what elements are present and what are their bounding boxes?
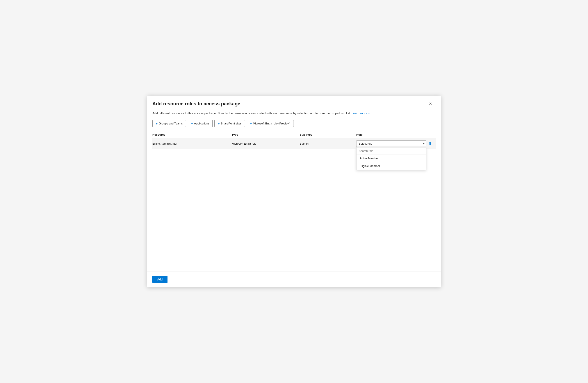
footer-add-button[interactable]: Add [152, 276, 168, 283]
search-role-input[interactable] [357, 147, 426, 155]
sharepoint-sites-label: SharePoint sites [221, 122, 242, 125]
plus-icon-applications: + [191, 121, 193, 125]
add-sharepoint-sites-button[interactable]: + SharePoint sites [214, 120, 245, 127]
col-header-resource: Resource [152, 131, 232, 138]
microsoft-entra-role-label: Microsoft Entra role (Preview) [253, 122, 290, 125]
table-body: Billing Administrator Microsoft Entra ro… [152, 138, 436, 149]
add-applications-button[interactable]: + Applications [188, 120, 213, 127]
dialog-title-row: Add resource roles to access package ··· [152, 101, 247, 107]
learn-more-link[interactable]: Learn more↗ [352, 112, 370, 115]
subtype-value: Built-In [300, 142, 309, 145]
col-header-subtype: Sub Type [300, 131, 356, 138]
add-microsoft-entra-role-button[interactable]: + Microsoft Entra role (Preview) [247, 120, 294, 127]
dropdown-option-active-member[interactable]: Active Member [357, 155, 426, 162]
resource-name: Billing Administrator [152, 142, 177, 145]
role-select[interactable]: Select role Active Member Eligible Membe… [356, 141, 426, 147]
add-groups-and-teams-button[interactable]: + Groups and Teams [152, 120, 186, 127]
resource-table-container: Resource Type Sub Type Role Billing Admi… [147, 127, 441, 271]
role-cell-wrapper: Select role Active Member Eligible Membe… [356, 141, 433, 147]
learn-more-text: Learn more [352, 112, 367, 115]
external-link-icon: ↗ [368, 112, 370, 116]
plus-icon-entra: + [250, 121, 252, 125]
cell-type: Microsoft Entra role [232, 138, 300, 149]
type-value: Microsoft Entra role [232, 142, 256, 145]
dropdown-option-eligible-member[interactable]: Eligible Member [357, 162, 426, 170]
table-header: Resource Type Sub Type Role [152, 131, 436, 138]
groups-and-teams-label: Groups and Teams [159, 122, 183, 125]
more-options-icon[interactable]: ··· [242, 102, 247, 106]
dialog-header: Add resource roles to access package ···… [147, 96, 441, 107]
plus-icon-sharepoint: + [218, 121, 220, 125]
close-button[interactable]: ✕ [427, 101, 434, 107]
delete-row-button[interactable]: 🗑 [427, 141, 433, 146]
cell-subtype: Built-In [300, 138, 356, 149]
dialog-title: Add resource roles to access package [152, 101, 240, 107]
cell-resource: Billing Administrator [152, 138, 232, 149]
applications-label: Applications [194, 122, 209, 125]
trash-icon: 🗑 [428, 141, 432, 146]
cell-role: Select role Active Member Eligible Membe… [356, 138, 436, 149]
resource-table: Resource Type Sub Type Role Billing Admi… [152, 131, 436, 149]
plus-icon-groups: + [156, 121, 158, 125]
table-row: Billing Administrator Microsoft Entra ro… [152, 138, 436, 149]
role-select-wrapper: Select role Active Member Eligible Membe… [356, 141, 426, 147]
description-text: Add different resources to this access p… [152, 112, 351, 115]
dialog-footer: Add [147, 271, 441, 287]
resource-type-button-row: + Groups and Teams + Applications + Shar… [147, 116, 441, 127]
dialog-description: Add different resources to this access p… [147, 107, 441, 116]
role-dropdown-panel: Active Member Eligible Member [356, 147, 426, 170]
col-header-role: Role [356, 131, 436, 138]
dialog: Add resource roles to access package ···… [147, 96, 441, 287]
col-header-type: Type [232, 131, 300, 138]
